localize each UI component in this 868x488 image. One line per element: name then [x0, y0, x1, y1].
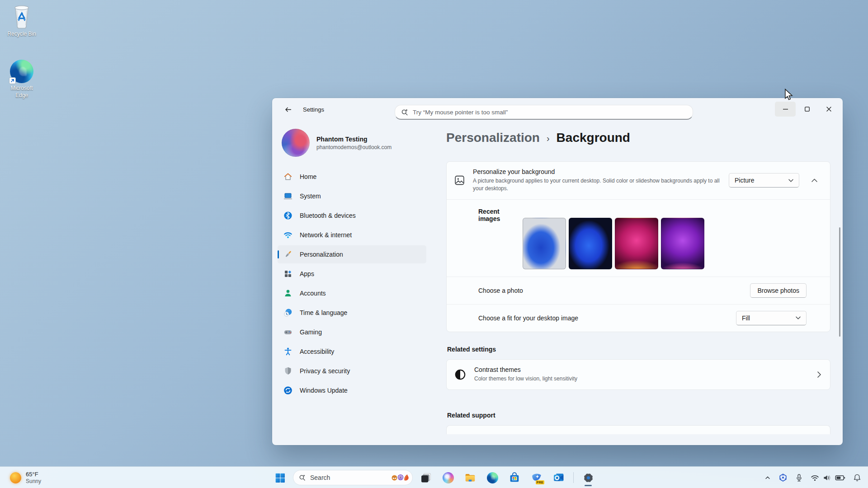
start-button[interactable]: [271, 469, 289, 487]
outlook-icon: [553, 472, 565, 483]
sidebar-item-label: Windows Update: [300, 387, 348, 394]
shortcut-arrow-icon: [9, 77, 16, 84]
settings-app-button[interactable]: [579, 469, 597, 487]
chevron-right-icon: [817, 371, 821, 378]
preview-app-button[interactable]: PRE: [528, 469, 546, 487]
card-title: Personalize your background: [473, 168, 721, 175]
browse-photos-button[interactable]: Browse photos: [750, 283, 807, 298]
sidebar-item-label: Home: [300, 173, 316, 180]
search-sparkle-icon: [401, 108, 409, 116]
recent-image-bloom-light[interactable]: [523, 218, 566, 269]
contrast-themes-card[interactable]: Contrast themes Color themes for low vis…: [446, 359, 830, 390]
background-type-dropdown[interactable]: Picture: [729, 173, 799, 188]
maximize-icon: [805, 107, 810, 112]
back-button[interactable]: [281, 103, 295, 116]
recent-image-bloom-dark[interactable]: [569, 218, 612, 269]
desktop-icon-recycle-bin[interactable]: Recycle Bin: [3, 4, 41, 38]
sidebar-item-accounts[interactable]: Accounts: [278, 284, 426, 302]
task-view-button[interactable]: [417, 469, 435, 487]
profile-card[interactable]: Phantom Testing phantomodemos@outlook.co…: [278, 127, 426, 159]
copilot-button[interactable]: [439, 469, 457, 487]
choose-photo-row: Choose a photo Browse photos: [447, 277, 830, 304]
choose-fit-label: Choose a fit for your desktop image: [478, 314, 736, 322]
settings-gear-icon: [583, 472, 594, 483]
card-description: A picture background applies to your cur…: [473, 177, 721, 193]
chevron-down-icon: [796, 316, 801, 319]
sunny-weather-icon: [10, 472, 21, 483]
apps-icon: [283, 269, 292, 278]
quick-settings-button[interactable]: [808, 469, 848, 486]
window-title: Settings: [303, 106, 324, 113]
settings-window: Settings: [272, 98, 843, 445]
outlook-button[interactable]: [550, 469, 568, 487]
sidebar-item-time-language[interactable]: Time & language: [278, 304, 426, 322]
edge-icon: [487, 472, 498, 483]
sidebar: Phantom Testing phantomodemos@outlook.co…: [272, 121, 431, 445]
settings-search-box[interactable]: [395, 105, 693, 120]
sidebar-item-label: Privacy & security: [300, 367, 350, 375]
sidebar-item-label: Bluetooth & devices: [300, 212, 356, 219]
accessibility-icon: [283, 347, 292, 356]
desktop-icon-microsoft-edge[interactable]: Microsoft Edge: [3, 60, 41, 99]
show-hidden-icons-button[interactable]: [762, 469, 773, 486]
recent-image-glow-magenta[interactable]: [615, 218, 658, 269]
taskbar: 65°F Sunny Search: [0, 466, 868, 488]
maximize-button[interactable]: [797, 102, 817, 117]
sidebar-item-gaming[interactable]: Gaming: [278, 323, 426, 341]
sidebar-item-privacy-security[interactable]: Privacy & security: [278, 362, 426, 380]
notifications-button[interactable]: [851, 469, 863, 486]
scrollbar-thumb[interactable]: [839, 227, 840, 337]
sidebar-item-windows-update[interactable]: Windows Update: [278, 381, 426, 399]
fit-dropdown[interactable]: Fill: [736, 311, 807, 325]
privacy-shield-icon: [283, 366, 292, 375]
breadcrumb: Personalization › Background: [446, 131, 830, 145]
microsoft-store-button[interactable]: [505, 469, 524, 487]
weather-condition: Sunny: [26, 478, 41, 484]
profile-email: phantomodemos@outlook.com: [316, 144, 392, 150]
sidebar-item-accessibility[interactable]: Accessibility: [278, 343, 426, 361]
tray-app-button[interactable]: [776, 469, 790, 486]
active-app-indicator: [585, 485, 592, 486]
window-controls: [775, 102, 839, 117]
recent-image-glow-purple[interactable]: [661, 218, 704, 269]
minimize-button[interactable]: [775, 102, 796, 117]
related-support-heading: Related support: [447, 412, 830, 419]
sidebar-item-label: Time & language: [300, 309, 347, 316]
file-explorer-button[interactable]: [461, 469, 479, 487]
edge-logo-icon: [10, 60, 33, 83]
weather-widget[interactable]: 65°F Sunny: [6, 467, 45, 488]
chevron-down-icon: [788, 179, 793, 182]
chevron-up-icon: [764, 474, 771, 481]
windows-logo-icon: [274, 472, 286, 483]
system-icon: [283, 192, 292, 201]
sidebar-item-label: Personalization: [300, 251, 343, 258]
sidebar-item-home[interactable]: Home: [278, 168, 426, 186]
minimize-icon: [783, 107, 788, 112]
close-button[interactable]: [818, 102, 839, 117]
notification-bell-icon: [853, 474, 861, 482]
sidebar-item-apps[interactable]: Apps: [278, 265, 426, 283]
edge-button[interactable]: [483, 469, 501, 487]
pre-badge: PRE: [536, 480, 544, 484]
weather-temperature: 65°F: [26, 471, 41, 478]
related-support-card-partial[interactable]: [446, 425, 830, 434]
background-expander-card: Personalize your background A picture ba…: [446, 161, 830, 332]
recent-images-label: Recent images: [478, 208, 523, 222]
taskbar-search-box[interactable]: Search: [293, 470, 413, 485]
taskbar-center: Search: [271, 467, 597, 488]
microphone-button[interactable]: [793, 469, 805, 486]
sidebar-item-system[interactable]: System: [278, 187, 426, 205]
sidebar-item-personalization[interactable]: Personalization: [278, 245, 426, 263]
bluetooth-icon: [283, 211, 292, 220]
collapse-expander-button[interactable]: [806, 173, 823, 188]
home-icon: [283, 172, 292, 181]
background-type-value: Picture: [735, 177, 755, 184]
sidebar-item-bluetooth-devices[interactable]: Bluetooth & devices: [278, 206, 426, 225]
breadcrumb-personalization[interactable]: Personalization: [446, 131, 540, 145]
settings-search-input[interactable]: [413, 109, 687, 116]
sidebar-nav: Home System Bluetooth & devices: [278, 168, 426, 399]
wifi-icon: [283, 230, 292, 239]
contrast-themes-description: Color themes for low vision, light sensi…: [474, 375, 577, 383]
avatar: [282, 129, 310, 157]
sidebar-item-network-internet[interactable]: Network & internet: [278, 226, 426, 244]
